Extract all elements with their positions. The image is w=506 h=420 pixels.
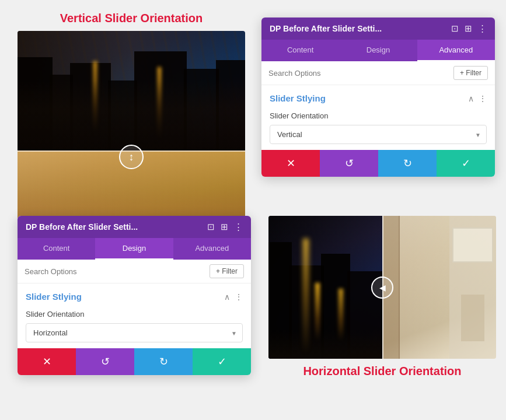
- filter-button-right[interactable]: + Filter: [453, 66, 488, 80]
- field-label-left: Slider Orientation: [26, 310, 243, 318]
- orientation-select-right[interactable]: Vertical Horizontal: [270, 125, 487, 144]
- collapse-icon-right[interactable]: ∧: [468, 94, 474, 103]
- building: [134, 51, 187, 150]
- tab-design-right[interactable]: Design: [339, 40, 417, 61]
- building: [216, 60, 245, 150]
- search-input-left[interactable]: [25, 267, 178, 276]
- panel-tabs-left: Content Design Advanced: [18, 238, 251, 260]
- expand-icon-right[interactable]: ⊡: [451, 23, 459, 34]
- panel-title-left: DP Before After Slider Setti...: [26, 222, 207, 232]
- redo-button-left[interactable]: ↻: [134, 348, 193, 375]
- panel-footer-left: ✕ ↺ ↻ ✓: [18, 348, 251, 375]
- collapse-icon-left[interactable]: ∧: [224, 292, 230, 302]
- building: [70, 63, 111, 150]
- filter-button-left[interactable]: + Filter: [210, 264, 244, 278]
- panel-icons-right: ⊡ ⊞ ⋮: [451, 23, 487, 34]
- columns-icon-left[interactable]: ⊞: [221, 222, 228, 232]
- save-button-right[interactable]: ✓: [437, 150, 495, 177]
- section-controls-right: ∧ ⋮: [468, 94, 487, 103]
- building: [18, 57, 53, 150]
- panel-header-left: DP Before After Slider Setti... ⊡ ⊞ ⋮: [18, 216, 251, 238]
- save-button-left[interactable]: ✓: [193, 348, 251, 375]
- section-more-icon-left[interactable]: ⋮: [235, 292, 243, 302]
- search-input-right[interactable]: [268, 69, 422, 78]
- section-header-left: Slider Stlying ∧ ⋮: [26, 292, 243, 302]
- panel-search-left: + Filter: [18, 260, 251, 284]
- cancel-button-left[interactable]: ✕: [18, 348, 76, 375]
- vertical-preview-section: Vertical Slider Orientation: [18, 12, 245, 223]
- horizontal-slider-container: [268, 216, 496, 359]
- columns-icon-right[interactable]: ⊞: [465, 23, 472, 34]
- horiz-img-left: [268, 216, 382, 359]
- vertical-handle[interactable]: [119, 145, 144, 169]
- reset-button-left[interactable]: ↺: [76, 348, 134, 375]
- panel-icons-left: ⊡ ⊞ ⋮: [207, 222, 243, 232]
- cancel-button-right[interactable]: ✕: [261, 150, 320, 177]
- lamp-glow: [93, 61, 97, 133]
- building: [184, 69, 219, 150]
- horizontal-preview-section: Horizontal Slider Orientation: [268, 216, 496, 378]
- horiz-img-right: [382, 216, 496, 359]
- lamp-glow: [158, 67, 161, 139]
- tab-content-right[interactable]: Content: [261, 40, 339, 61]
- vertical-img-top: [18, 31, 245, 150]
- select-wrapper-left: Horizontal Vertical: [26, 323, 243, 342]
- panel-section-left: Slider Stlying ∧ ⋮ Slider Orientation Ho…: [18, 284, 251, 348]
- section-title-left: Slider Stlying: [26, 292, 82, 302]
- section-title-right: Slider Stlying: [270, 93, 326, 103]
- reset-button-right[interactable]: ↺: [320, 150, 378, 177]
- expand-icon-left[interactable]: ⊡: [207, 222, 215, 232]
- vertical-slider-container: [18, 31, 245, 223]
- panel-footer-right: ✕ ↺ ↻ ✓: [261, 150, 495, 177]
- more-icon-left[interactable]: ⋮: [234, 222, 243, 232]
- building: [50, 75, 73, 150]
- select-wrapper-right: Vertical Horizontal: [270, 125, 487, 144]
- panel-tabs-right: Content Design Advanced: [261, 40, 495, 61]
- section-header-right: Slider Stlying ∧ ⋮: [270, 93, 487, 103]
- tab-advanced-left[interactable]: Advanced: [173, 238, 251, 260]
- building: [108, 80, 137, 150]
- orientation-select-left[interactable]: Horizontal Vertical: [26, 323, 243, 342]
- settings-panel-left: DP Before After Slider Setti... ⊡ ⊞ ⋮ Co…: [18, 216, 251, 375]
- section-controls-left: ∧ ⋮: [224, 292, 243, 302]
- horizontal-slider-title: Horizontal Slider Orientation: [268, 365, 496, 378]
- tab-advanced-right[interactable]: Advanced: [417, 40, 495, 61]
- tab-content-left[interactable]: Content: [18, 238, 95, 260]
- vertical-slider-title: Vertical Slider Orientation: [18, 12, 245, 25]
- panel-header-right: DP Before After Slider Setti... ⊡ ⊞ ⋮: [261, 18, 495, 40]
- field-label-right: Slider Orientation: [270, 111, 487, 120]
- settings-panel-right: DP Before After Slider Setti... ⊡ ⊞ ⋮ Co…: [261, 18, 495, 177]
- panel-search-right: + Filter: [261, 61, 495, 85]
- horiz-handle[interactable]: [371, 276, 393, 299]
- tab-design-left[interactable]: Design: [95, 238, 173, 260]
- panel-section-right: Slider Stlying ∧ ⋮ Slider Orientation Ve…: [261, 85, 495, 150]
- panel-title-right: DP Before After Slider Setti...: [270, 24, 451, 33]
- redo-button-right[interactable]: ↻: [378, 150, 437, 177]
- section-more-icon-right[interactable]: ⋮: [479, 94, 487, 103]
- more-icon-right[interactable]: ⋮: [478, 23, 487, 34]
